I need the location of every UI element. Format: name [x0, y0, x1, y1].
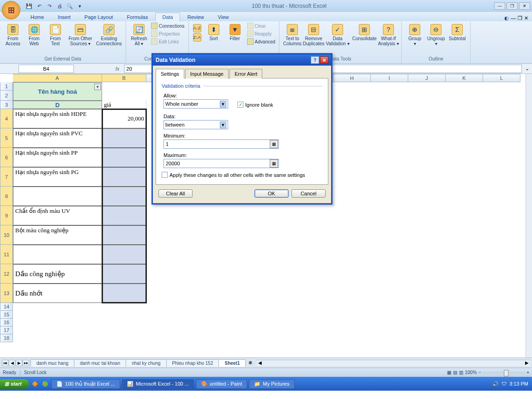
row-header-1[interactable]: 1 [0, 82, 13, 91]
from-other-button[interactable]: 🗃From Other Sources ▾ [66, 22, 94, 46]
view-normal-icon[interactable]: ▦ [447, 370, 451, 375]
view-layout-icon[interactable]: ▤ [453, 370, 457, 375]
firefox-icon[interactable]: 🔶 [29, 381, 41, 387]
cell-b4[interactable]: 20,000 [102, 109, 146, 128]
cell-b9[interactable] [102, 206, 146, 225]
office-button[interactable]: ⊞ [2, 1, 20, 19]
from-access-button[interactable]: 🗄From Access [3, 22, 23, 46]
row-header-2[interactable]: 2 [0, 91, 13, 101]
tray-icon-2[interactable]: 🛡 [502, 381, 507, 387]
row-header-16[interactable]: 16 [0, 319, 13, 326]
doc-restore-icon[interactable]: ❐ [518, 15, 522, 21]
cell-b12[interactable] [102, 264, 146, 284]
col-header-h[interactable]: H [333, 74, 371, 82]
cell-a6[interactable]: Hạt nhựa nguyên sinh PP [13, 148, 102, 167]
row-header-4[interactable]: 4 [0, 109, 13, 128]
subtotal-button[interactable]: ΣSubtotal [447, 22, 467, 41]
preview-icon[interactable]: 🔍 [66, 2, 74, 10]
zoom-level[interactable]: 100% [465, 370, 477, 375]
row-header-12[interactable]: 12 [0, 264, 13, 284]
cell-b10[interactable] [102, 225, 146, 245]
clock[interactable]: 3:13 PM [509, 381, 528, 387]
tab-view[interactable]: View [212, 13, 236, 21]
row-header-10[interactable]: 10 [0, 225, 13, 245]
taskbar-item-2[interactable]: 🎨untitled - Paint [196, 379, 247, 389]
row-header-9[interactable]: 9 [0, 206, 13, 225]
cell-b8[interactable] [102, 187, 146, 206]
dialog-close-icon[interactable]: ✕ [320, 56, 328, 64]
chrome-icon[interactable]: 🟢 [41, 381, 49, 387]
qat-dropdown-icon[interactable]: ▾ [76, 2, 84, 10]
filter-dropdown-icon[interactable]: ▾ [94, 84, 101, 90]
cell-a1-a2[interactable]: Tên hàng hoá▾ [13, 82, 102, 101]
minimum-input[interactable] [164, 141, 270, 147]
row-header-11[interactable]: 11 [0, 245, 13, 264]
doc-close-icon[interactable]: ✕ [524, 15, 528, 21]
text-to-columns-button[interactable]: ≣Text to Columns [282, 22, 302, 46]
row-header-3[interactable]: 3 [0, 101, 13, 109]
tab-page-layout[interactable]: Page Layout [78, 13, 120, 21]
col-header-a[interactable]: A [13, 74, 102, 82]
sheet-tab-2[interactable]: nhat ky chung [126, 359, 166, 367]
taskbar-item-0[interactable]: 📄100 thủ thuật Excel ... [51, 379, 120, 389]
consolidate-button[interactable]: ⊞Consolidate [351, 22, 377, 41]
properties-button[interactable]: Properties [150, 30, 186, 37]
tab-insert[interactable]: Insert [51, 13, 77, 21]
dialog-help-icon[interactable]: ? [311, 56, 319, 64]
name-box[interactable]: B4 [18, 65, 74, 73]
group-button[interactable]: ⊕Group ▾ [405, 22, 425, 46]
cell-a4[interactable]: Hạt nhựa nguyên sinh HDPE [13, 109, 102, 128]
cell-a11[interactable] [13, 245, 102, 264]
dialog-titlebar[interactable]: Data Validation ? ✕ [153, 54, 331, 66]
sort-az-button[interactable]: A↓ZZ↓A [192, 22, 203, 42]
allow-select[interactable]: Whole number▾ [163, 99, 228, 109]
minimize-button[interactable]: — [494, 2, 505, 10]
row-header-17[interactable]: 17 [0, 326, 13, 334]
save-icon[interactable]: 💾 [25, 2, 33, 10]
print-icon[interactable]: 🖨 [55, 2, 64, 10]
sheet-nav-next-icon[interactable]: ▶ [16, 360, 22, 366]
restore-button[interactable]: ❐ [507, 2, 518, 10]
edit-links-button[interactable]: Edit Links [150, 38, 186, 45]
row-header-6[interactable]: 6 [0, 148, 13, 167]
zoom-in-icon[interactable]: + [526, 370, 529, 375]
cell-b6[interactable] [102, 148, 146, 167]
sheet-nav-last-icon[interactable]: ⏭ [23, 360, 29, 366]
cell-b11[interactable] [102, 245, 146, 264]
row-header-5[interactable]: 5 [0, 128, 13, 148]
ungroup-button[interactable]: ⊖Ungroup ▾ [426, 22, 446, 46]
cell-a12[interactable]: Dầu công nghiệp [13, 264, 102, 284]
cell-a9[interactable]: Chất ổn định màu UV [13, 206, 102, 225]
clear-all-button[interactable]: Clear All [158, 189, 193, 198]
tab-formulas[interactable]: Formulas [121, 13, 155, 21]
filter-button[interactable]: ▼Filter [225, 22, 245, 41]
col-header-i[interactable]: I [371, 74, 408, 82]
sheet-tab-1[interactable]: danh muc tai khoan [74, 359, 126, 367]
row-header-13[interactable]: 13 [0, 284, 13, 303]
cancel-button[interactable]: Cancel [291, 189, 326, 198]
tab-data[interactable]: Data [155, 12, 180, 21]
row-header-18[interactable]: 18 [0, 334, 13, 342]
col-header-b[interactable]: B [102, 74, 146, 82]
from-text-button[interactable]: 📄From Text [45, 22, 66, 46]
cell-b3[interactable]: giá [102, 101, 146, 109]
remove-duplicates-button[interactable]: ⊟Remove Duplicates [303, 22, 324, 46]
ref-picker-icon[interactable]: ▦ [270, 140, 278, 148]
row-header-8[interactable]: 8 [0, 187, 13, 206]
maximum-input[interactable] [164, 161, 270, 166]
col-header-k[interactable]: K [446, 74, 483, 82]
close-button[interactable]: ✕ [519, 2, 530, 10]
reapply-button[interactable]: Reapply [246, 30, 276, 37]
col-header-j[interactable]: J [408, 74, 446, 82]
cell-a5[interactable]: Hạt nhựa nguyên sinh PVC [13, 128, 102, 148]
sheet-tab-4[interactable]: Sheet1 [218, 359, 246, 367]
ok-button[interactable]: OK [254, 189, 289, 198]
tab-home[interactable]: Home [24, 13, 50, 21]
cell-b5[interactable] [102, 128, 146, 148]
sheet-nav-prev-icon[interactable]: ◀ [9, 360, 15, 366]
row-header-15[interactable]: 15 [0, 311, 13, 319]
what-if-button[interactable]: ?What-If Analysis ▾ [378, 22, 399, 46]
horizontal-scrollbar[interactable]: ◀▶ [257, 360, 530, 366]
undo-icon[interactable]: ↶ [35, 2, 43, 10]
col-header-l[interactable]: L [483, 74, 520, 82]
